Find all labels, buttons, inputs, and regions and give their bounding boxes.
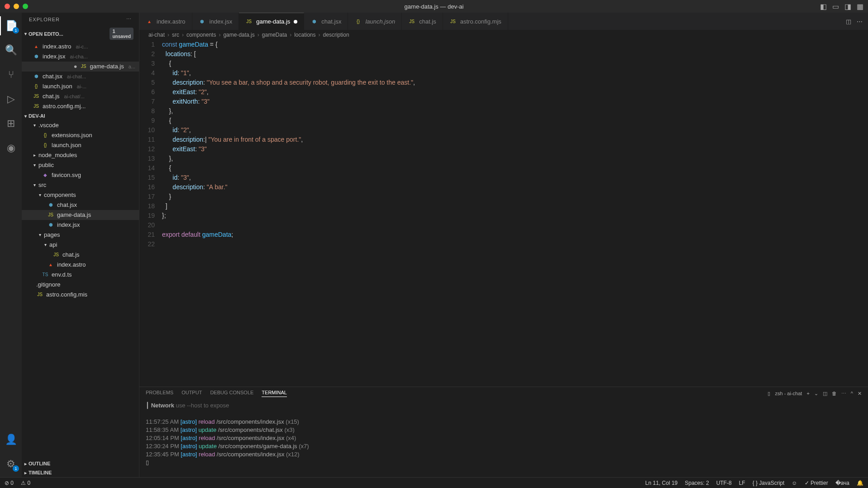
breadcrumb-segment[interactable]: description — [323, 32, 349, 38]
source-control-icon[interactable]: ⑂ — [0, 65, 22, 84]
file-tree-item[interactable]: ⬢index.jsx — [22, 220, 139, 230]
file-tree-item[interactable]: ▾public — [22, 160, 139, 170]
breadcrumb-segment[interactable]: locations — [294, 32, 315, 38]
copilot-icon[interactable]: ☺ — [792, 480, 797, 486]
editor-tab[interactable]: ▲index.astro — [139, 13, 192, 30]
more-icon[interactable]: ⋯ — [126, 16, 132, 22]
minimize-window-button[interactable] — [14, 4, 19, 9]
outline-header[interactable]: ▸OUTLINE — [22, 459, 139, 468]
file-tree-item[interactable]: ▲index.astro — [22, 260, 139, 270]
window-controls — [5, 4, 28, 9]
file-tree-item[interactable]: TSenv.d.ts — [22, 270, 139, 280]
breadcrumb-segment[interactable]: ai-chat — [148, 32, 165, 38]
more-icon[interactable]: ⋯ — [841, 391, 846, 397]
close-window-button[interactable] — [5, 4, 10, 9]
badge: 1 — [13, 465, 19, 472]
editor-tab[interactable]: JSastro.config.mjs — [443, 13, 508, 30]
errors-count[interactable]: ⊘ 0 — [5, 480, 14, 486]
file-tree-item[interactable]: ▾components — [22, 190, 139, 200]
panel-tab[interactable]: DEBUG CONSOLE — [210, 390, 253, 397]
account-icon[interactable]: 👤 — [0, 430, 22, 449]
file-tree-item[interactable]: ◆favicon.svg — [22, 170, 139, 180]
prettier-status[interactable]: ✓ Prettier — [805, 480, 828, 486]
sidebar: EXPLORER ⋯ ▾ OPEN EDITO... 1 unsaved ▲in… — [22, 13, 139, 477]
panel-tab[interactable]: OUTPUT — [181, 390, 202, 397]
terminal-shell-icon[interactable]: ▯ — [768, 391, 770, 397]
file-tree-item[interactable]: .gitignore — [22, 280, 139, 290]
open-editor-item[interactable]: ⬢chat.jsxai-chat... — [22, 72, 139, 81]
window-title: game-data.js — dev-ai — [405, 3, 464, 10]
panel-tab[interactable]: TERMINAL — [262, 390, 287, 397]
open-editor-item[interactable]: ▲index.astroai-c... — [22, 42, 139, 52]
breadcrumb[interactable]: ai-chat›src›components›game-data.js›game… — [139, 30, 868, 40]
language-status[interactable]: { } JavaScript — [753, 480, 785, 486]
layout-icon[interactable]: ▦ — [857, 2, 863, 11]
open-editor-item[interactable]: ●JSgame-data.jsa... — [22, 62, 139, 72]
cursor-position[interactable]: Ln 11, Col 19 — [645, 480, 677, 486]
file-tree-item[interactable]: ▸node_modules — [22, 150, 139, 160]
maximize-panel-icon[interactable]: ^ — [851, 391, 853, 396]
panel-tab[interactable]: PROBLEMS — [146, 390, 173, 397]
file-tree-item[interactable]: ▾api — [22, 240, 139, 250]
explorer-icon[interactable]: 📄1 — [0, 16, 22, 35]
project-header[interactable]: ▾ DEV-AI — [22, 111, 139, 120]
panel-bottom-icon[interactable]: ▭ — [832, 2, 839, 11]
timeline-header[interactable]: ▸TIMELINE — [22, 468, 139, 477]
breadcrumb-segment[interactable]: game-data.js — [223, 32, 254, 38]
open-editors-label: OPEN EDITO... — [29, 31, 63, 37]
open-editor-item[interactable]: JSchat.jsai-chat/... — [22, 91, 139, 101]
panel-toggle-icon[interactable]: ◧ — [820, 2, 827, 11]
terminal-dropdown-icon[interactable]: ⌄ — [814, 391, 818, 397]
kill-terminal-icon[interactable]: 🗑 — [832, 391, 837, 396]
extensions-icon[interactable]: ⊞ — [0, 114, 22, 133]
line-gutter: 12345678910111213141516171819202122 — [139, 40, 162, 387]
editor-tab[interactable]: JSgame-data.js — [239, 13, 304, 30]
file-tree-item[interactable]: JSastro.config.mis — [22, 290, 139, 300]
indent-status[interactable]: Spaces: 2 — [685, 480, 709, 486]
titlebar: game-data.js — dev-ai ◧ ▭ ◨ ▦ — [0, 0, 868, 13]
split-terminal-icon[interactable]: ◫ — [823, 391, 827, 397]
maximize-window-button[interactable] — [23, 4, 28, 9]
feedback-icon[interactable]: �ача — [835, 480, 849, 486]
editor-tab[interactable]: ⬢chat.jsx — [304, 13, 348, 30]
editor-tab[interactable]: JSchat.js — [402, 13, 443, 30]
open-editor-item[interactable]: JSastro.config.mj... — [22, 101, 139, 111]
code-editor[interactable]: const gameData = { locations: [ { id: "1… — [162, 40, 868, 387]
new-terminal-icon[interactable]: + — [806, 391, 809, 396]
file-tree-item[interactable]: ▾.vscode — [22, 120, 139, 130]
breadcrumb-segment[interactable]: src — [172, 32, 179, 38]
file-tree-item[interactable]: ▾src — [22, 180, 139, 190]
activity-bar: 📄1 🔍 ⑂ ▷ ⊞ ◉ 👤 ⚙1 — [0, 13, 22, 477]
settings-gear-icon[interactable]: ⚙1 — [0, 455, 22, 474]
file-tree-item[interactable]: ▾pages — [22, 230, 139, 240]
file-tree-item[interactable]: JSgame-data.js — [22, 210, 139, 220]
file-tree-item[interactable]: ⬢chat.jsx — [22, 200, 139, 210]
terminal-shell-label[interactable]: zsh - ai-chat — [775, 391, 802, 396]
status-bar: ⊘ 0 ⚠ 0 Ln 11, Col 19 Spaces: 2 UTF-8 LF… — [0, 477, 868, 488]
encoding-status[interactable]: UTF-8 — [716, 480, 732, 486]
open-editor-item[interactable]: {}launch.jsonai-... — [22, 81, 139, 91]
close-panel-icon[interactable]: ✕ — [858, 391, 862, 397]
debug-icon[interactable]: ▷ — [0, 90, 22, 109]
panel-tabs: PROBLEMSOUTPUTDEBUG CONSOLETERMINAL▯zsh … — [139, 387, 868, 400]
bell-icon[interactable]: 🔔 — [857, 480, 863, 486]
eol-status[interactable]: LF — [739, 480, 745, 486]
edge-icon[interactable]: ◉ — [0, 139, 22, 158]
terminal-output[interactable]: ┃ Network use --host to expose11:57:25 A… — [139, 400, 868, 477]
open-editors-header[interactable]: ▾ OPEN EDITO... 1 unsaved — [22, 26, 139, 42]
editor-tab[interactable]: {}launch.json — [348, 13, 402, 30]
editor-tabs: ▲index.astro⬢index.jsxJSgame-data.js⬢cha… — [139, 13, 868, 30]
breadcrumb-segment[interactable]: gameData — [262, 32, 287, 38]
file-tree-item[interactable]: {}launch.json — [22, 140, 139, 150]
breadcrumb-segment[interactable]: components — [186, 32, 216, 38]
timeline-label: TIMELINE — [29, 470, 52, 475]
search-icon[interactable]: 🔍 — [0, 41, 22, 60]
file-tree-item[interactable]: {}extensions.json — [22, 130, 139, 140]
open-editor-item[interactable]: ⬢index.jsxai-cha... — [22, 52, 139, 62]
panel-right-icon[interactable]: ◨ — [844, 2, 851, 11]
warnings-count[interactable]: ⚠ 0 — [21, 480, 30, 486]
file-tree-item[interactable]: JSchat.js — [22, 250, 139, 260]
more-icon[interactable]: ⋯ — [857, 18, 863, 25]
split-editor-icon[interactable]: ◫ — [846, 18, 851, 25]
editor-tab[interactable]: ⬢index.jsx — [192, 13, 239, 30]
